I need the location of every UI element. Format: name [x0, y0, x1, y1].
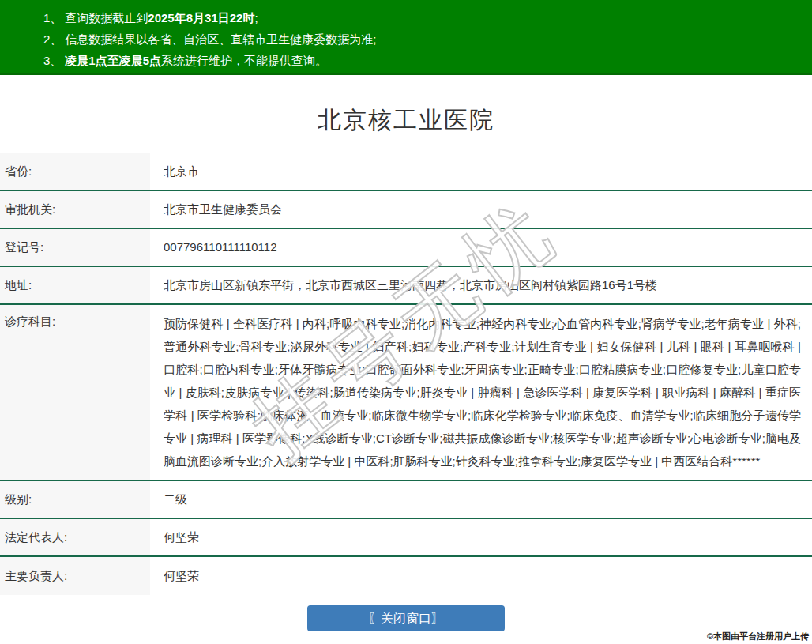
- row-label: 诊疗科目:: [0, 305, 150, 480]
- row-value: 预防保健科 | 全科医疗科 | 内科;呼吸内科专业;消化内科专业;神经内科专业;…: [150, 305, 812, 480]
- row-label: 法定代表人:: [0, 519, 150, 555]
- table-row-legal-representative: 法定代表人: 何坚荣: [0, 519, 812, 557]
- notice-text: ;: [254, 11, 258, 24]
- row-value: 二级: [150, 481, 812, 518]
- row-value: 007796110111110112: [150, 229, 812, 266]
- notice-line-2: 2、信息数据结果以各省、自治区、直辖市卫生健康委数据为准;: [43, 28, 804, 50]
- table-row-registration-number: 登记号: 007796110111110112: [0, 229, 812, 267]
- table-row-medical-subjects: 诊疗科目: 预防保健科 | 全科医疗科 | 内科;呼吸内科专业;消化内科专业;神…: [0, 305, 812, 481]
- table-row-address: 地址: 北京市房山区新镇东平街，北京市西城区三里河南四巷，北京市房山区阎村镇紫园…: [0, 267, 812, 305]
- notice-text: 信息数据结果以各省、自治区、直辖市卫生健康委数据为准;: [65, 32, 376, 46]
- row-value: 何坚荣: [150, 519, 812, 555]
- table-row-province: 省份: 北京市: [0, 153, 812, 191]
- notice-line-1: 1、查询数据截止到2025年8月31日22时;: [43, 7, 804, 28]
- page-title: 北京核工业医院: [0, 104, 812, 137]
- notice-line-3: 3、凌晨1点至凌晨5点系统进行维护，不能提供查询。: [43, 50, 804, 71]
- notice-text: 查询数据截止到: [65, 11, 148, 24]
- upload-credit: ©本图由平台注册用户上传: [707, 631, 809, 642]
- row-label: 登记号:: [0, 229, 150, 266]
- notice-number: 2、: [43, 32, 62, 46]
- close-window-button[interactable]: 〖关闭窗口〗: [307, 605, 505, 631]
- row-label: 审批机关:: [0, 191, 150, 228]
- notice-number: 1、: [43, 11, 62, 24]
- hospital-info-table: 省份: 北京市 审批机关: 北京市卫生健康委员会 登记号: 0077961101…: [0, 153, 812, 595]
- table-row-level: 级别: 二级: [0, 481, 812, 519]
- notice-number: 3、: [43, 54, 62, 67]
- row-value: 何坚荣: [150, 557, 812, 595]
- row-label: 地址:: [0, 267, 150, 303]
- table-row-main-person-in-charge: 主要负责人: 何坚荣: [0, 557, 812, 595]
- notice-text: 系统进行维护，不能提供查询。: [161, 54, 327, 67]
- button-bar: 〖关闭窗口〗: [0, 605, 812, 631]
- notice-text-bold: 2025年8月31日22时: [148, 11, 254, 24]
- notice-banner: 1、查询数据截止到2025年8月31日22时; 2、信息数据结果以各省、自治区、…: [0, 0, 812, 75]
- row-value: 北京市卫生健康委员会: [150, 191, 812, 228]
- row-label: 省份:: [0, 153, 150, 190]
- row-label: 级别:: [0, 481, 150, 518]
- row-label: 主要负责人:: [0, 557, 150, 595]
- row-value: 北京市: [150, 153, 812, 190]
- table-row-approval-authority: 审批机关: 北京市卫生健康委员会: [0, 191, 812, 229]
- row-value: 北京市房山区新镇东平街，北京市西城区三里河南四巷，北京市房山区阎村镇紫园路16号…: [150, 267, 812, 303]
- notice-text-bold: 凌晨1点至凌晨5点: [65, 54, 161, 67]
